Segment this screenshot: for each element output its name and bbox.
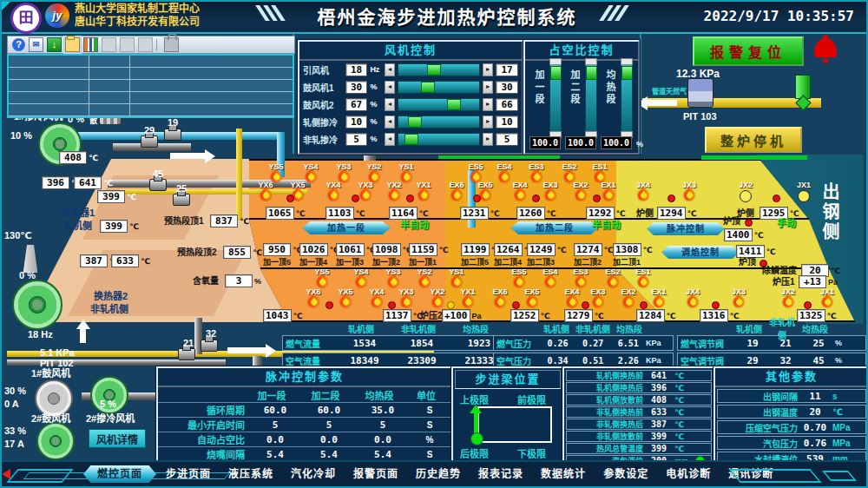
fan-slider-track[interactable] (398, 81, 480, 94)
burner-YX4: YX4 (322, 181, 345, 201)
furnace-stop-button[interactable]: 整炉停机 (705, 127, 802, 153)
slider-left-button[interactable]: ◄ (385, 81, 395, 94)
beam-position-panel: 步进梁位置 上极限 前极限 后极限 下极限 (451, 366, 564, 465)
duty-slider-track[interactable] (585, 64, 597, 132)
pipe (236, 129, 242, 221)
tab-燃控页面[interactable]: 燃控页面 (83, 465, 156, 483)
fan-detail-button[interactable]: 风机详情 (89, 429, 146, 448)
tab-电机诊断[interactable]: 电机诊断 (658, 465, 719, 483)
cell-value: 32 (769, 355, 802, 366)
duty-slider-thumb[interactable] (550, 66, 562, 80)
slider-right-button[interactable]: ► (483, 63, 493, 76)
fan-unit-label: % (370, 82, 382, 91)
value: 1098 (372, 243, 401, 256)
help-icon[interactable]: ? (12, 38, 25, 51)
flame-icon (543, 275, 558, 290)
cell-value: 45 (802, 355, 835, 366)
slider-right-button[interactable]: ► (483, 133, 493, 146)
temp-list-row: 轧机侧换热后396℃ (566, 382, 712, 393)
page-title: 梧州金海步进加热炉控制系统 (299, 3, 595, 29)
duty-slider-track[interactable] (549, 64, 562, 132)
nav-red-marker (2, 469, 10, 479)
slider-left-button[interactable]: ◄ (385, 63, 395, 76)
fan-value-box[interactable]: 30 (345, 81, 368, 94)
fan-slider-track[interactable] (398, 63, 480, 76)
tab-报表记录[interactable]: 报表记录 (470, 465, 531, 483)
fan-slider-track[interactable] (398, 115, 480, 129)
slider-right-button[interactable]: ► (483, 115, 493, 129)
column-header: 轧机侧 (733, 322, 766, 335)
flame-icon (574, 188, 589, 203)
tab-报警页面[interactable]: 报警页面 (345, 465, 406, 483)
param-unit: MPa (832, 423, 853, 432)
fan-slider-track[interactable] (398, 133, 480, 146)
duty-slider-thumb[interactable] (621, 66, 633, 80)
duty-slider-track[interactable] (621, 64, 633, 132)
fan-slider-thumb[interactable] (447, 99, 461, 110)
param-unit: ℃ (832, 407, 853, 417)
fan-setpoint-box[interactable]: 17 (496, 63, 518, 76)
fan-value-box[interactable]: 67 (345, 98, 368, 111)
value-box: 1159℃ (409, 243, 448, 256)
burner-YX2: YX2 (426, 288, 449, 307)
duty-slider-thumb[interactable] (586, 66, 597, 80)
value-box: 1400℃ (724, 228, 763, 241)
diagram-label: 预热段顶2 (177, 247, 217, 258)
fan-setpoint-box[interactable]: 5 (496, 133, 518, 146)
fan-row-label: 轧侧掺冷 (303, 115, 343, 129)
fan-slider-thumb[interactable] (404, 134, 418, 145)
fan-slider-thumb[interactable] (427, 64, 441, 76)
value-box: 399℃ (100, 220, 139, 233)
other-param-row: 出钢间隔11s (717, 389, 866, 403)
fan-setpoint-box[interactable]: 66 (496, 98, 518, 111)
slider-right-button[interactable]: ► (483, 98, 493, 111)
chart-icon[interactable] (83, 37, 98, 52)
diagram-label: 非轧机侧 (90, 304, 128, 315)
burner-EX4: EX4 (561, 288, 583, 307)
diagram-label: 加一顶5 (263, 258, 291, 267)
slider-left-button[interactable]: ◄ (385, 133, 395, 146)
slider-left-button[interactable]: ◄ (385, 115, 395, 129)
value: 1164 (389, 207, 418, 220)
fan-value-box[interactable]: 10 (345, 115, 368, 129)
org-line2: 唐山华丁科技开发有限公司 (75, 16, 200, 29)
diagram-label: 出钢侧 (819, 182, 839, 242)
tab-参数设定[interactable]: 参数设定 (595, 465, 656, 483)
tab-汽化冷却[interactable]: 汽化冷却 (283, 465, 344, 483)
pulse-value: 0.0 (248, 434, 302, 445)
value: 641 (74, 176, 102, 189)
flame-icon (493, 295, 508, 310)
slider-left-button[interactable]: ◄ (385, 98, 395, 111)
fan-slider-track[interactable] (398, 98, 480, 111)
dim-icon[interactable] (120, 37, 135, 52)
download-icon[interactable]: ↓ (47, 37, 62, 52)
folder-icon[interactable] (65, 37, 80, 52)
fan-setpoint-box[interactable]: 10 (496, 115, 518, 129)
other-params-panel: 其他参数 出钢间隔11s出钢温度20℃压缩空气压力0.70MPa汽包压力0.76… (713, 366, 868, 465)
fan-value-box[interactable]: 18 (345, 63, 368, 76)
diagram-label: 炉压1 (773, 277, 795, 287)
value-box: 1316℃ (700, 309, 739, 322)
flame-icon (565, 295, 580, 310)
pulse-column-header: 加一段 (245, 388, 299, 402)
pulse-value: 0.0 (302, 434, 356, 445)
diagram-label: 管道天然气 (652, 88, 687, 96)
fan-slider-thumb[interactable] (408, 116, 422, 128)
dim-icon[interactable] (102, 37, 116, 52)
dim-icon[interactable] (138, 37, 153, 52)
slider-right-button[interactable]: ► (483, 81, 493, 94)
fan-setpoint-box[interactable]: 30 (496, 81, 518, 94)
flame-icon (387, 188, 402, 203)
mail-icon[interactable]: ✉ (29, 37, 43, 52)
tab-步进页面[interactable]: 步进页面 (158, 465, 219, 483)
alarm-reset-button[interactable]: 报警复位 (693, 36, 804, 66)
fan-slider-thumb[interactable] (421, 82, 435, 93)
tab-液压系统[interactable]: 液压系统 (220, 465, 281, 483)
lock-icon[interactable] (164, 37, 179, 52)
tab-数据统计[interactable]: 数据统计 (533, 465, 594, 483)
value: 1043 (263, 309, 292, 322)
tab-历史趋势[interactable]: 历史趋势 (408, 465, 469, 483)
param-unit: MPa (832, 439, 853, 448)
fan-value-box[interactable]: 5 (345, 133, 368, 146)
status-table (7, 54, 294, 118)
